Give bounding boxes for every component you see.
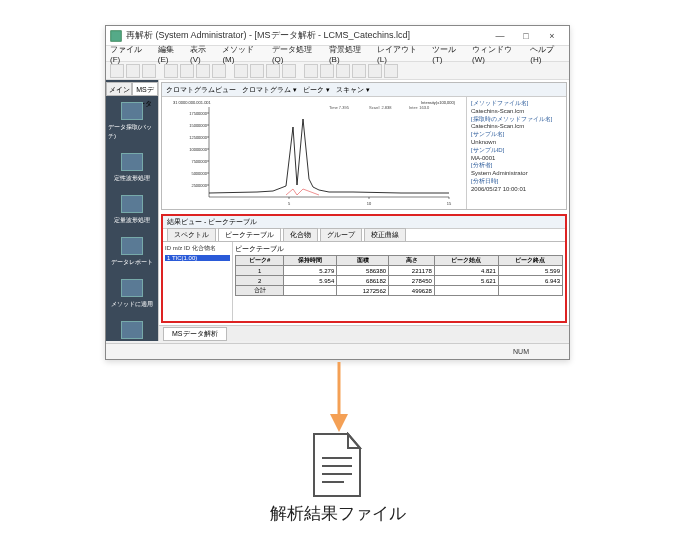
main-area: メイン MSデータ データ採取(バッチ) 定性波形処理 定量波形処理 データレポ… <box>106 80 569 341</box>
acquire-icon <box>121 102 143 120</box>
menu-edit[interactable]: 編集(E) <box>158 44 184 64</box>
tool-btn[interactable] <box>304 64 318 78</box>
caption: 解析結果ファイル <box>235 502 440 525</box>
chromatogram-chart: Intensity(x100,000) 31 0000.000.001.001 … <box>162 97 466 209</box>
sidebar-label: 定性波形処理 <box>114 174 150 183</box>
tool-btn[interactable] <box>336 64 350 78</box>
tab-compound[interactable]: 化合物 <box>283 228 318 241</box>
svg-text:5000000: 5000000 <box>191 171 207 176</box>
qual-icon <box>121 153 143 171</box>
info-k3: [サンプル名] <box>471 131 562 139</box>
maximize-button[interactable]: □ <box>513 27 539 45</box>
peak-table-wrap: ピークテーブル ピーク# 保持時間 面積 高さ ピーク始点 ピーク終点 <box>233 242 565 321</box>
sidebar-label: データ採取(バッチ) <box>108 123 156 141</box>
sidebar-item-apply[interactable]: メソッドに適用 <box>106 273 158 315</box>
sidebar-item-qual[interactable]: 定性波形処理 <box>106 147 158 189</box>
sidebar: メイン MSデータ データ採取(バッチ) 定性波形処理 定量波形処理 データレポ… <box>106 80 158 341</box>
sidebar-tab-msdata[interactable]: MSデータ <box>132 82 158 96</box>
menu-layout[interactable]: レイアウト(L) <box>377 44 426 64</box>
table-row: 2 5.954 686182 278450 5.621 6.943 <box>236 276 563 286</box>
report-icon <box>121 237 143 255</box>
menu-view[interactable]: 表示(V) <box>190 44 216 64</box>
info-k6: [分析日時] <box>471 178 562 186</box>
th-height[interactable]: 高さ <box>389 256 435 266</box>
svg-text:15: 15 <box>447 201 452 206</box>
extra-icon <box>121 321 143 339</box>
tool-btn[interactable] <box>282 64 296 78</box>
tab-calib[interactable]: 校正曲線 <box>364 228 406 241</box>
minimize-button[interactable]: — <box>487 27 513 45</box>
compound-hdr: ID m/z ID 化合物名 <box>165 244 230 253</box>
menu-file[interactable]: ファイル(F) <box>110 44 152 64</box>
info-column: [メソッドファイル名] Catechins-Scan.lcm [採取時のメソッド… <box>466 97 566 209</box>
menu-method[interactable]: メソッド(M) <box>222 44 265 64</box>
svg-text:Scan# 2.838: Scan# 2.838 <box>369 105 392 110</box>
menu-bg[interactable]: 背景処理(B) <box>329 44 371 64</box>
sidebar-item-acquire[interactable]: データ採取(バッチ) <box>106 96 158 147</box>
tool-btn[interactable] <box>110 64 124 78</box>
compound-selected[interactable]: 1 TIC(1.00) <box>165 255 230 261</box>
tab-spectrum[interactable]: スペクトル <box>167 228 216 241</box>
app-window: 再解析 (System Administrator) - [MSデータ解析 - … <box>105 25 570 360</box>
sidebar-tab-main[interactable]: メイン <box>106 82 132 96</box>
tool-btn[interactable] <box>196 64 210 78</box>
svg-text:10000000: 10000000 <box>189 147 208 152</box>
tool-btn[interactable] <box>164 64 178 78</box>
menu-help[interactable]: ヘルプ(H) <box>530 44 565 64</box>
tool-btn[interactable] <box>212 64 226 78</box>
th-area[interactable]: 面積 <box>337 256 389 266</box>
status-bar: NUM <box>106 343 569 359</box>
tool-btn[interactable] <box>266 64 280 78</box>
info-k5: [分析者] <box>471 162 562 170</box>
peak-table-label: ピークテーブル <box>235 244 563 254</box>
tool-btn[interactable] <box>234 64 248 78</box>
tab-peaktable[interactable]: ピークテーブル <box>218 228 281 241</box>
th-rt[interactable]: 保持時間 <box>284 256 337 266</box>
doc-tab[interactable]: MSデータ解析 <box>163 327 227 341</box>
info-k4: [サンプルID] <box>471 147 562 155</box>
th-peak[interactable]: ピーク# <box>236 256 284 266</box>
tool-btn[interactable] <box>142 64 156 78</box>
th-end[interactable]: ピーク終点 <box>498 256 562 266</box>
table-row: 1 5.279 586380 221178 4.821 5.599 <box>236 266 563 276</box>
quant-icon <box>121 195 143 213</box>
tool-btn[interactable] <box>250 64 264 78</box>
info-v4: MA-0001 <box>471 155 562 163</box>
svg-text:2500000: 2500000 <box>191 183 207 188</box>
menu-window[interactable]: ウィンドウ(W) <box>472 44 524 64</box>
menu-dataproc[interactable]: データ処理(Q) <box>272 44 323 64</box>
svg-text:12500000: 12500000 <box>189 135 208 140</box>
tab-group[interactable]: グループ <box>320 228 362 241</box>
sidebar-item-quant[interactable]: 定量波形処理 <box>106 189 158 231</box>
chrom-dd1[interactable]: クロマトグラム ▾ <box>242 85 297 95</box>
sidebar-label: メソッドに適用 <box>111 300 153 309</box>
close-button[interactable]: × <box>539 27 565 45</box>
info-k1: [メソッドファイル名] <box>471 100 562 108</box>
chrom-dd3[interactable]: スキャン ▾ <box>336 85 370 95</box>
chrom-title: クロマトグラムビュー <box>166 85 236 95</box>
chrom-dd2[interactable]: ピーク ▾ <box>303 85 330 95</box>
sidebar-item-extra[interactable] <box>106 315 158 345</box>
sidebar-item-report[interactable]: データレポート <box>106 231 158 273</box>
svg-marker-27 <box>330 414 348 432</box>
tool-btn[interactable] <box>384 64 398 78</box>
svg-text:10: 10 <box>367 201 372 206</box>
result-tabs: スペクトル ピークテーブル 化合物 グループ 校正曲線 <box>163 229 565 242</box>
toolbar <box>106 62 569 80</box>
tool-btn[interactable] <box>320 64 334 78</box>
tool-btn[interactable] <box>180 64 194 78</box>
svg-text:15000000: 15000000 <box>189 123 208 128</box>
menu-tools[interactable]: ツール(T) <box>432 44 466 64</box>
th-start[interactable]: ピーク始点 <box>434 256 498 266</box>
tool-btn[interactable] <box>368 64 382 78</box>
svg-text:Inter: 163.0: Inter: 163.0 <box>409 105 430 110</box>
info-v3: Unknown <box>471 139 562 147</box>
arrow-down-icon <box>330 362 348 432</box>
chart-area[interactable]: Intensity(x100,000) 31 0000.000.001.001 … <box>162 97 466 209</box>
tool-btn[interactable] <box>126 64 140 78</box>
sidebar-label: データレポート <box>111 258 153 267</box>
tool-btn[interactable] <box>352 64 366 78</box>
peak-table: ピーク# 保持時間 面積 高さ ピーク始点 ピーク終点 1 5.279 5863… <box>235 255 563 296</box>
window-title: 再解析 (System Administrator) - [MSデータ解析 - … <box>126 29 410 42</box>
info-v1: Catechins-Scan.lcm <box>471 108 562 116</box>
